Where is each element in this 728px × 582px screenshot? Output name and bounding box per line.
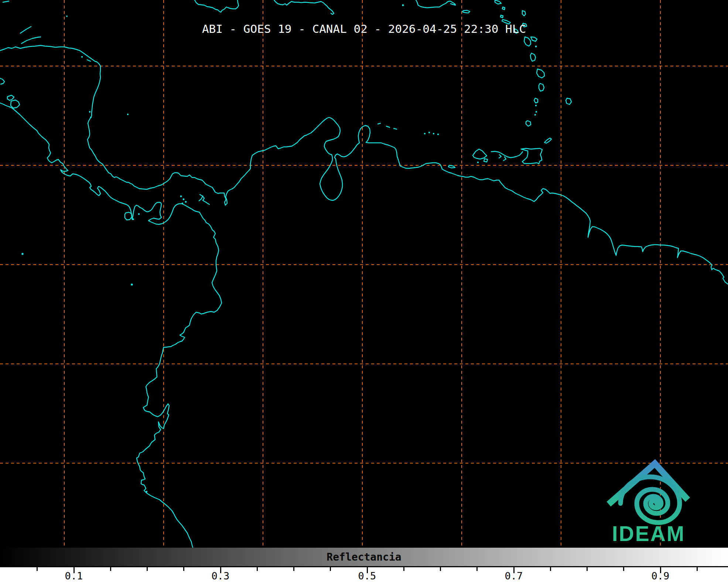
colorbar-tick-label: 0.5 — [358, 570, 376, 582]
atrato-rivers — [199, 196, 203, 201]
coastline-tobago — [544, 138, 551, 143]
paria-hook — [503, 157, 506, 161]
colorbar-minor-tick — [623, 567, 624, 571]
image-title: ABI - GOES 19 - CANAL 02 - 2026-04-25 22… — [0, 22, 728, 35]
colorbar-minor-tick — [403, 567, 404, 571]
paria-hook — [499, 155, 501, 158]
lake-nicaragua — [11, 100, 20, 108]
colorbar-tick-label: 0.9 — [652, 570, 670, 582]
colorbar-minor-tick — [587, 567, 588, 571]
logo-spiral-icon — [621, 477, 680, 523]
coastline-trinidad — [521, 148, 542, 164]
venezuela-offshore-islands — [378, 123, 488, 168]
colorbar-axis: 0.10.30.50.70.9 — [0, 567, 728, 582]
island-dot — [402, 4, 404, 6]
coastline-hispaniola — [274, 0, 334, 14]
colorbar-minor-tick — [37, 567, 38, 571]
coastline-st-croix — [462, 10, 470, 13]
ideam-logo: IDEAM — [609, 464, 688, 545]
colorbar-minor-tick — [440, 567, 441, 571]
coastline-pacific-mainland — [0, 103, 222, 548]
colorbar-label: Reflectancia — [327, 551, 401, 563]
colorbar-minor-tick — [330, 567, 331, 571]
reflectance-colorbar: Reflectancia — [0, 548, 728, 567]
colorbar-minor-tick — [257, 567, 258, 571]
colorbar-tick-label: 0.3 — [212, 570, 230, 582]
colorbar-minor-tick — [550, 567, 551, 571]
satellite-image-viewport: IDEAM ABI - GOES 19 - CANAL 02 - 2026-04… — [0, 0, 728, 582]
coastline-puerto-rico — [416, 0, 455, 8]
colorbar-tick-label: 0.1 — [65, 570, 83, 582]
colorbar-minor-tick — [476, 567, 478, 571]
lesser-antilles-islands — [495, 0, 571, 126]
coastline-jamaica — [195, 0, 239, 12]
coastline-layer — [0, 0, 728, 548]
colorbar-minor-tick — [183, 567, 184, 571]
coastline-caribbean-mainland — [0, 45, 728, 284]
logo-wordmark: IDEAM — [612, 522, 686, 545]
satellite-map-canvas: IDEAM — [0, 0, 728, 582]
colorbar-minor-tick — [293, 567, 294, 571]
colorbar-minor-tick — [110, 567, 111, 571]
pacific-islands — [21, 196, 187, 493]
colorbar-minor-tick — [697, 567, 698, 571]
graticule-grid — [0, 0, 728, 548]
colorbar-minor-tick — [147, 567, 148, 571]
lake-managua — [7, 95, 14, 100]
coastline-paria-peninsula — [491, 151, 523, 158]
colorbar-tick-label: 0.7 — [505, 570, 523, 582]
